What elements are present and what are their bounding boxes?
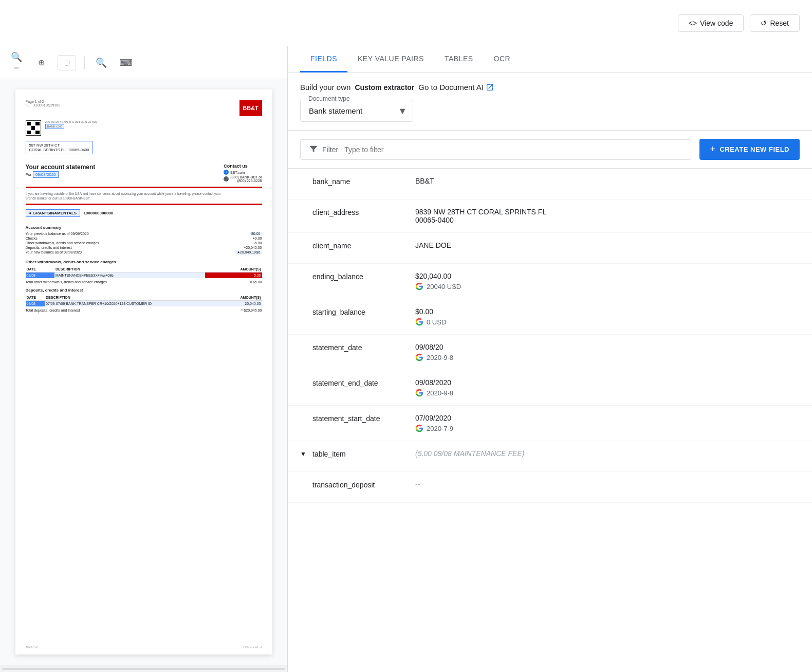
field-value-statement-date: 09/08/20 2020-9-8	[415, 343, 800, 361]
field-value-client-address: 9839 NW 28TH CT CORAL SPRINTS FL00065-04…	[415, 208, 800, 224]
field-secondary-starting-balance: 0 USD	[427, 318, 446, 326]
create-new-field-button[interactable]: + CREATE NEW FIELD	[699, 139, 800, 160]
expand-placeholder	[300, 272, 312, 273]
field-secondary-statement-end-date: 2020-9-8	[427, 389, 453, 397]
qr-code	[26, 120, 41, 136]
stmt-address: 587 NW 28TH CTCORAL SPRINTS FL 00065-040…	[26, 141, 93, 154]
main-layout: 🔍− ⊕ ⬚ 🔍 ⌨ Page 1 of 2	[0, 46, 812, 672]
create-field-label: CREATE NEW FIELD	[719, 146, 789, 153]
expand-placeholder	[300, 177, 312, 178]
field-value-statement-start-date: 07/09/2020 2020-7-9	[415, 414, 800, 432]
view-code-label: View code	[700, 19, 733, 27]
field-secondary-statement-start-date: 2020-7-9	[427, 425, 453, 432]
tab-ocr[interactable]: OCR	[484, 46, 521, 72]
document-type-label: Document type	[306, 95, 352, 102]
fields-panel: FIELDS KEY VALUE PAIRS TABLES OCR Build …	[288, 46, 812, 672]
panel-header: Build your own Custom extractor Go to Do…	[288, 72, 812, 131]
go-to-document-ai-label: Go to Document AI	[418, 83, 484, 92]
stmt-notice: If you are traveling outside of the USA …	[26, 191, 262, 201]
stmt-withdrawal-total: Total other withdrawals, debits and serv…	[26, 280, 262, 284]
stmt-withdrawals-table: DATE DESCRIPTION AMOUNT(S) 09/08 MAINTEN…	[26, 266, 262, 278]
fit-page-button[interactable]: ⬚	[58, 55, 76, 70]
stmt-account-summary-title: Account summary	[26, 225, 262, 230]
expand-placeholder	[300, 241, 312, 242]
google-icon	[415, 389, 423, 397]
filter-bar: Filter + CREATE NEW FIELD	[288, 131, 812, 169]
google-icon	[415, 282, 423, 290]
custom-extractor-row: Build your own Custom extractor Go to Do…	[300, 83, 800, 92]
filter-input[interactable]	[344, 146, 682, 154]
grid-icon: ⌨	[119, 57, 133, 68]
stmt-page-number: • PAGE 1 OF 2	[241, 645, 262, 648]
expand-placeholder	[300, 480, 312, 481]
fields-list[interactable]: bank_name BB&T client_address 9839 NW 28…	[288, 169, 812, 672]
custom-extractor-bold: Custom extractor	[355, 83, 414, 92]
document-type-wrapper: Document type Bank statement Invoice Rec…	[300, 100, 413, 122]
stmt-deposits-total: Total deposits, credits and interest = $…	[26, 308, 262, 312]
doc-horizontal-scrollbar[interactable]	[0, 665, 287, 672]
table-row: transaction_deposit --	[288, 472, 812, 503]
stmt-account-number: ● GRANTSINAMENTALS	[26, 209, 81, 217]
grid-button[interactable]: ⌨	[118, 55, 134, 71]
expand-icon-table-item[interactable]: ▼	[300, 449, 312, 458]
bank-statement-document: Page 1 of 2 FL 110001BS25390 BB&T 200-90…	[15, 89, 272, 655]
stmt-red-line-2	[26, 204, 262, 205]
zoom-out-button[interactable]: 🔍−	[8, 55, 25, 71]
doc-toolbar: 🔍− ⊕ ⬚ 🔍 ⌨	[0, 46, 287, 79]
table-row: bank_name BB&T	[288, 169, 812, 199]
stmt-bank-logo: BB&T	[239, 100, 262, 116]
filter-input-wrapper: Filter	[300, 139, 691, 160]
table-row: statement_end_date 09/08/2020 2020-9-8	[288, 370, 812, 406]
search-icon: 🔍	[96, 57, 107, 68]
expand-placeholder	[300, 307, 312, 308]
table-row: statement_date 09/08/20 2020-9-8	[288, 335, 812, 370]
tab-tables[interactable]: TABLES	[434, 46, 484, 72]
go-to-document-ai-link[interactable]: Go to Document AI	[418, 83, 494, 92]
document-viewer: 🔍− ⊕ ⬚ 🔍 ⌨ Page 1 of 2	[0, 46, 288, 672]
field-secondary-ending-balance: 20040 USD	[427, 283, 461, 290]
field-name-statement-date: statement_date	[312, 343, 415, 352]
field-value-statement-end-date: 09/08/2020 2020-9-8	[415, 378, 800, 397]
table-row: client_name JANE DOE	[288, 233, 812, 264]
field-value-table-item: (5.00 09/08 MAINTENANCE FEE)	[415, 449, 800, 458]
stmt-deposits-table: DATE DESCRIPTION AMOUNT(S) 09/08 07/09-0…	[26, 295, 262, 306]
reset-button[interactable]: ↺ Reset	[750, 14, 800, 32]
field-name-ending-balance: ending_balance	[312, 272, 415, 281]
filter-icon	[309, 144, 318, 155]
plus-icon: +	[710, 144, 715, 155]
expand-placeholder	[300, 414, 312, 415]
stmt-contact: Contact us i BBT.com 📞 (800) BANK-BBT or…	[224, 164, 262, 183]
zoom-out-icon: 🔍−	[8, 51, 25, 74]
table-row: starting_balance $0.00 0 USD	[288, 299, 812, 335]
tab-fields[interactable]: FIELDS	[300, 46, 347, 72]
field-value-starting-balance: $0.00 0 USD	[415, 307, 800, 326]
field-name-statement-start-date: statement_start_date	[312, 414, 415, 423]
field-value-client-name: JANE DOE	[415, 241, 800, 249]
table-row: client_address 9839 NW 28TH CT CORAL SPR…	[288, 199, 812, 233]
table-row: statement_start_date 07/09/2020 2020-7-9	[288, 406, 812, 441]
field-name-transaction-deposit: transaction_deposit	[312, 480, 415, 489]
external-link-icon	[486, 83, 494, 92]
google-icon	[415, 424, 423, 432]
stmt-withdrawals-title: Other withdrawals, debits and service ch…	[26, 260, 262, 264]
field-name-client-name: client_name	[312, 241, 415, 250]
stmt-routing: 200-90-06 40797 0 C 091 33 5 22 002 BANK…	[45, 120, 98, 130]
custom-extractor-prefix: Build your own	[300, 83, 350, 92]
expand-placeholder	[300, 378, 312, 379]
stmt-footer-number: 8026743	[26, 645, 38, 648]
stmt-page-info: Page 1 of 2 FL 110001BS25390	[26, 100, 61, 107]
scrollbar-track	[2, 668, 285, 670]
google-icon	[415, 318, 423, 326]
document-type-select[interactable]: Bank statement Invoice Receipt	[300, 100, 413, 122]
tab-key-value-pairs[interactable]: KEY VALUE PAIRS	[347, 46, 434, 72]
zoom-in-button[interactable]: ⊕	[33, 55, 49, 71]
view-code-button[interactable]: <> View code	[678, 14, 744, 32]
field-name-client-address: client_address	[312, 208, 415, 216]
doc-content[interactable]: Page 1 of 2 FL 110001BS25390 BB&T 200-90…	[0, 79, 287, 665]
field-value-ending-balance: $20,040.00 20040 USD	[415, 272, 800, 290]
fit-page-icon: ⬚	[64, 59, 70, 66]
code-icon: <>	[689, 19, 697, 27]
reset-icon: ↺	[761, 19, 767, 27]
reset-label: Reset	[770, 19, 789, 27]
search-button[interactable]: 🔍	[93, 55, 109, 71]
